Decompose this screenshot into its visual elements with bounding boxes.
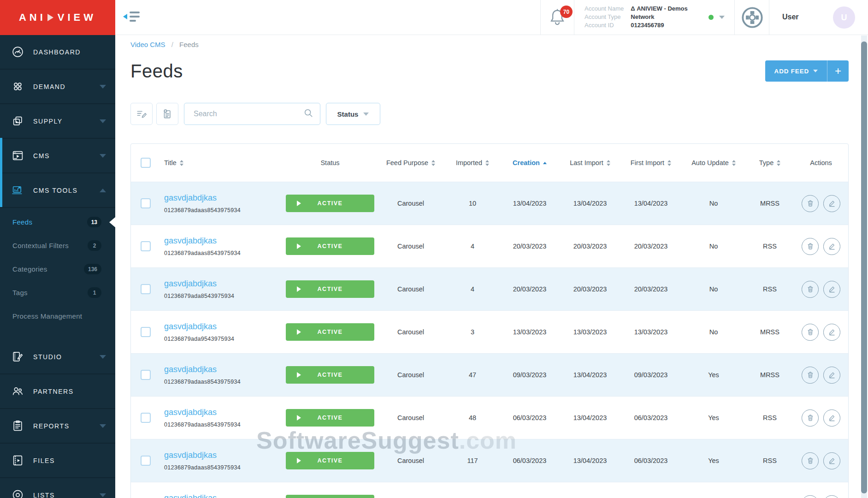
edit-button[interactable] [823, 281, 840, 298]
edit-button[interactable] [823, 409, 840, 427]
delete-button[interactable] [802, 409, 819, 427]
count-badge: 136 [84, 264, 101, 274]
row-checkbox[interactable] [141, 327, 151, 337]
edit-button[interactable] [823, 238, 840, 255]
imported-cell: 10 [445, 200, 500, 207]
edit-button[interactable] [823, 452, 840, 469]
delete-button[interactable] [802, 452, 819, 469]
sidebar-collapse-button[interactable] [123, 12, 140, 22]
feed-title-link[interactable]: gasvdjabdjkas [164, 408, 217, 417]
type-cell: RSS [746, 285, 794, 293]
status-filter-dropdown[interactable]: Status [326, 103, 380, 125]
status-active-button[interactable]: ACTIVE [286, 195, 374, 212]
delete-button[interactable] [802, 367, 819, 384]
sidebar-item-cms-tools[interactable]: CMS TOOLS [0, 173, 115, 208]
select-all-checkbox[interactable] [141, 158, 151, 168]
feed-title-link[interactable]: gasvdjabdjkas [164, 193, 217, 203]
feeds-table: TitleStatusFeed PurposeImportedCreationL… [130, 143, 849, 498]
sort-asc-icon [543, 162, 547, 164]
sidebar-item-categories[interactable]: Categories136 [0, 257, 115, 281]
column-header-title[interactable]: Title [160, 159, 284, 166]
status-label: ACTIVE [289, 329, 372, 335]
delete-button[interactable] [802, 281, 819, 298]
scrollbar-thumb[interactable] [861, 42, 867, 493]
row-checkbox[interactable] [141, 241, 151, 251]
breadcrumb-video-cms-link[interactable]: Video CMS [130, 41, 165, 48]
feed-title-link[interactable]: gasvdjabdjkas [164, 451, 217, 460]
imported-cell: 4 [445, 285, 500, 293]
edit-button[interactable] [823, 495, 840, 498]
feed-title-link[interactable]: gasvdjabdjkas [164, 322, 217, 332]
imported-cell: 117 [445, 457, 500, 464]
delete-button[interactable] [802, 238, 819, 255]
delete-button[interactable] [802, 495, 819, 498]
status-active-button[interactable]: ACTIVE [286, 323, 374, 341]
account-dropdown-caret[interactable] [719, 16, 725, 19]
edit-button[interactable] [823, 324, 840, 341]
status-active-button[interactable]: ACTIVE [286, 237, 374, 255]
row-checkbox[interactable] [141, 284, 151, 294]
column-header-first-import[interactable]: First Import [620, 159, 681, 166]
sidebar-item-cms[interactable]: CMS [0, 139, 115, 173]
column-label: First Import [631, 159, 664, 166]
feed-title-link[interactable]: gasvdjabdjkas [164, 365, 217, 374]
column-header-last-import[interactable]: Last Import [560, 159, 620, 166]
delete-button[interactable] [802, 195, 819, 212]
actions-cell [794, 367, 848, 384]
add-feed-button[interactable]: ADD FEED + [765, 60, 849, 82]
sidebar-item-lists[interactable]: LISTS [0, 478, 115, 498]
column-header-auto-update[interactable]: Auto Update [681, 159, 746, 166]
chevron-down-icon [100, 493, 106, 497]
media-wheel-icon[interactable] [741, 6, 764, 29]
row-checkbox[interactable] [141, 413, 151, 423]
column-header-creation[interactable]: Creation [500, 159, 560, 166]
status-active-button[interactable]: ACTIVE [286, 452, 374, 469]
feed-title-link[interactable]: gasvdjabdjkas [164, 236, 217, 246]
sidebar-item-demand[interactable]: DEMAND [0, 70, 115, 104]
column-label: Type [759, 159, 774, 166]
row-checkbox[interactable] [141, 198, 151, 208]
row-checkbox[interactable] [141, 370, 151, 380]
column-header-feed-purpose[interactable]: Feed Purpose [376, 159, 445, 166]
user-avatar[interactable]: U [833, 6, 855, 29]
cms-player-icon [12, 149, 24, 162]
table-row: gasvdjabdjkas01236879adaas8543975934ACTI… [131, 225, 848, 267]
notifications-bell[interactable]: 70 [548, 7, 571, 30]
column-header-imported[interactable]: Imported [445, 159, 500, 166]
search-icon[interactable] [303, 108, 313, 120]
sidebar-item-contextual-filters[interactable]: Contextual Filters2 [0, 234, 115, 257]
selected-item-arrow [109, 217, 115, 227]
edit-button[interactable] [823, 367, 840, 384]
sort-icon [607, 160, 610, 166]
sidebar-item-process-management[interactable]: Process Management [0, 304, 115, 328]
sidebar-item-dashboard[interactable]: DASHBOARD [0, 35, 115, 70]
auto-update-cell: Yes [681, 371, 746, 379]
feed-title-link[interactable]: gasvdjabdjkas [164, 279, 217, 289]
account-info[interactable]: Account Name Δ ANIVIEW - Demos Account T… [585, 5, 688, 29]
sidebar-item-tags[interactable]: Tags1 [0, 281, 115, 304]
table-row: gasvdjabdjkas01236879adaas8543975934ACTI… [131, 396, 848, 439]
sidebar-item-files[interactable]: FILES [0, 444, 115, 478]
account-type-value: Network [631, 13, 687, 20]
aniview-logo[interactable]: ANI VIEW [0, 0, 115, 35]
search-input[interactable] [193, 109, 303, 119]
feed-settings-button[interactable] [156, 103, 178, 125]
sidebar-item-reports[interactable]: REPORTS [0, 409, 115, 444]
row-checkbox[interactable] [141, 456, 151, 466]
status-active-button[interactable]: ACTIVE [286, 280, 374, 298]
edit-button[interactable] [823, 195, 840, 212]
sidebar-item-studio[interactable]: STUDIO [0, 340, 115, 374]
sidebar-item-supply[interactable]: SUPPLY [0, 104, 115, 139]
topbar-divider [769, 0, 769, 35]
feed-title-link[interactable]: gasvdjabdjkas [164, 493, 217, 498]
bulk-edit-button[interactable] [130, 103, 153, 125]
status-active-button[interactable]: ACTIVE [286, 409, 374, 427]
status-active-button[interactable]: ACTIVE [286, 495, 374, 498]
scrollbar-track[interactable] [861, 36, 867, 498]
column-header-type[interactable]: Type [746, 159, 794, 166]
column-label: Imported [456, 159, 482, 166]
sidebar-item-feeds[interactable]: Feeds13 [0, 210, 115, 234]
delete-button[interactable] [802, 324, 819, 341]
sidebar-item-partners[interactable]: PARTNERS [0, 374, 115, 409]
status-active-button[interactable]: ACTIVE [286, 366, 374, 384]
